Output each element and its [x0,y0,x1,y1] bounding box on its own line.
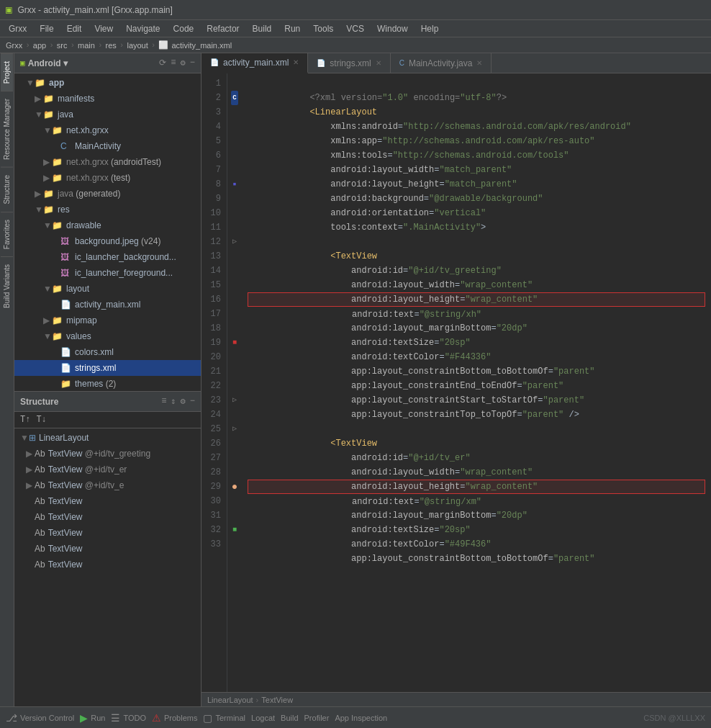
struct-tv-2[interactable]: Ab TextView [14,509,201,525]
build-label: Build [281,714,298,722]
menu-edit[interactable]: Edit [61,22,88,35]
status-app-inspection[interactable]: App Inspection [335,714,387,722]
bc-layout[interactable]: layout [127,41,148,50]
structure-minimize-icon[interactable]: − [190,396,195,407]
structure-sort-icon[interactable]: ≡ [161,396,166,407]
code-content[interactable]: <?xml version="1.0" encoding="utf-8"?> <… [242,73,711,692]
status-todo[interactable]: ☰ TODO [111,712,146,724]
tree-test[interactable]: ▶ 📁 net.xh.grxx (test) [14,170,201,186]
struct-tv-1[interactable]: Ab TextView [14,493,201,509]
menu-help[interactable]: Help [415,22,445,35]
menu-code[interactable]: Code [168,22,200,35]
sync-icon[interactable]: ⟳ [159,58,166,68]
status-profiler[interactable]: Profiler [304,714,330,722]
minimize-icon[interactable]: − [190,58,195,68]
menu-view[interactable]: View [89,22,119,35]
gutter-img-indicator: ▪ [232,177,237,192]
expand-icon[interactable]: ≡ [171,58,176,68]
tree-java[interactable]: ▼ 📁 java [14,107,201,122]
tree-mainactivity[interactable]: C MainActivity [14,138,201,154]
tree-mipmap[interactable]: ▶ 📁 mipmap [14,313,201,328]
run-icon: ▶ [80,712,88,724]
tree-ic-launcher-fg[interactable]: 🖼 ic_launcher_foreground... [14,265,201,281]
tree-themes[interactable]: 📁 themes (2) [14,376,201,391]
status-version-control[interactable]: ⎇ Version Control [6,712,74,724]
menu-file[interactable]: File [34,22,59,35]
line-numbers: 1 2 3 4 5 6 7 8 9 10 11 12 13 14 15 16 1 [201,73,227,692]
gutter-arrow-12: ▷ [232,235,237,249]
tab-activity-main[interactable]: 📄 activity_main.xml ✕ [201,53,308,73]
struct-linearlayout[interactable]: ▼ ⊞ LinearLayout [14,430,201,446]
tab-strings[interactable]: 📄 strings.xml ✕ [308,53,390,73]
bc-file[interactable]: activity_main.xml [171,41,232,50]
android-dropdown[interactable]: Android ▾ [28,58,68,68]
structure-gear-icon[interactable]: ⚙ [181,396,186,407]
tree-colors-xml[interactable]: 📄 colors.xml [14,344,201,360]
tree-manifests[interactable]: ▶ 📁 manifests [14,91,201,107]
tab-mainactivity-close[interactable]: ✕ [476,59,482,67]
bc-grxx[interactable]: Grxx [6,41,22,50]
struct-tv-3[interactable]: Ab TextView [14,525,201,541]
tree-java-generated[interactable]: ▶ 📁 java (generated) [14,186,201,202]
project-tab[interactable]: Project [1,53,13,91]
tree-net-xh-grxx[interactable]: ▼ 📁 net.xh.grxx [14,122,201,138]
java-tab-icon: C [399,59,404,67]
gear-icon[interactable]: ⚙ [181,58,186,68]
tree-values[interactable]: ▼ 📁 values [14,328,201,344]
menu-vcs[interactable]: VCS [340,22,370,35]
tree-drawable[interactable]: ▼ 📁 drawable [14,217,201,233]
bc-src[interactable]: src [57,41,68,50]
file-tree: ▼ 📁 app ▶ 📁 manifests ▼ 📁 java ▼ 📁 [14,73,201,391]
code-editor[interactable]: 1 2 3 4 5 6 7 8 9 10 11 12 13 14 15 16 1 [201,73,711,692]
xml-tab-icon: 📄 [210,58,219,66]
title-text: Grxx - activity_main.xml [Grxx.app.main] [17,5,172,15]
build-variants-tab[interactable]: Build Variants [1,256,13,315]
bc-main[interactable]: main [78,41,95,50]
struct-tv-5[interactable]: Ab TextView [14,557,201,572]
menu-bar: Grxx File Edit View Navigate Code Refact… [0,20,711,37]
menu-build[interactable]: Build [247,22,278,35]
menu-run[interactable]: Run [278,22,306,35]
editor-bc-linearlayout[interactable]: LinearLayout [207,696,253,704]
main-layout: Project Resource Manager Structure Favor… [0,53,711,706]
tree-ic-launcher-bg[interactable]: 🖼 ic_launcher_background... [14,249,201,265]
struct-tv-greeting[interactable]: ▶ Ab TextView @+id/tv_greeting [14,446,201,462]
status-terminal[interactable]: ▢ Terminal [203,712,245,724]
tree-res[interactable]: ▼ 📁 res [14,202,201,217]
status-build[interactable]: Build [281,714,298,722]
bc-res[interactable]: res [106,41,117,50]
gutter-red-dot: ■ [232,336,237,350]
struct-tv-e[interactable]: ▶ Ab TextView @+id/tv_e [14,477,201,493]
struct-tv-er[interactable]: ▶ Ab TextView @+id/tv_er [14,462,201,477]
menu-tools[interactable]: Tools [307,22,339,35]
resource-manager-tab[interactable]: Resource Manager [1,91,13,167]
structure-panel: Structure ≡ ⇕ ⚙ − T↑ T↓ ▼ ⊞ [14,392,201,706]
menu-navigate[interactable]: Navigate [120,22,166,35]
tree-androidtest[interactable]: ▶ 📁 net.xh.grxx (androidTest) [14,154,201,170]
todo-label: TODO [123,714,146,722]
tree-activity-main-xml[interactable]: 📄 activity_main.xml [14,297,201,313]
bc-app[interactable]: app [33,41,46,50]
tree-background-jpeg[interactable]: 🖼 background.jpeg (v24) [14,233,201,249]
status-problems[interactable]: ⚠ Problems [152,712,197,724]
tab-mainactivity[interactable]: C MainActivity.java ✕ [391,53,492,73]
editor-bc-textview[interactable]: TextView [261,696,293,704]
menu-refactor[interactable]: Refactor [201,22,245,35]
favorites-tab[interactable]: Favorites [1,212,13,256]
menu-window[interactable]: Window [371,22,414,35]
structure-expand-icon[interactable]: ⇕ [171,396,176,407]
profiler-label: Profiler [304,714,330,722]
menu-grxx[interactable]: Grxx [3,22,32,35]
tab-activity-main-close[interactable]: ✕ [293,58,299,66]
tab-strings-close[interactable]: ✕ [376,59,381,67]
structure-tab-side[interactable]: Structure [1,167,13,212]
tree-strings-xml[interactable]: 📄 strings.xml [14,360,201,376]
struct-tv-4[interactable]: Ab TextView [14,541,201,557]
tree-layout[interactable]: ▼ 📁 layout [14,281,201,297]
structure-btn2[interactable]: T↓ [36,415,46,425]
structure-btn1[interactable]: T↑ [20,415,30,425]
tab-strings-label: strings.xml [330,58,371,68]
tree-app[interactable]: ▼ 📁 app [14,75,201,91]
status-run[interactable]: ▶ Run [80,712,105,724]
status-logcat[interactable]: Logcat [251,714,275,722]
